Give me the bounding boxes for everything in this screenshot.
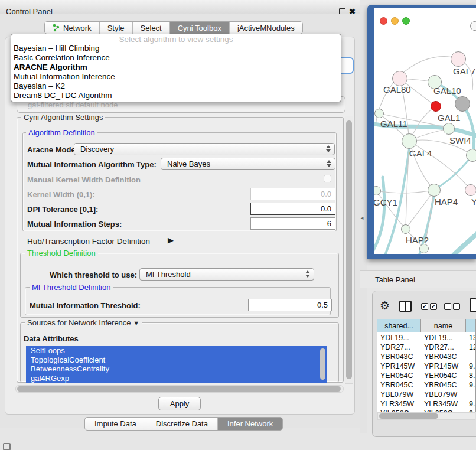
node-label: GAL4 bbox=[409, 148, 432, 158]
cell bbox=[466, 390, 476, 399]
tab-style[interactable]: Style bbox=[99, 22, 132, 34]
table-row[interactable]: YDR27... YDR27... 12 bbox=[377, 343, 476, 352]
tab-label: Cyni Toolbox bbox=[178, 24, 221, 32]
cell bbox=[466, 352, 476, 361]
table-row[interactable]: YBL079W YBL079W bbox=[377, 390, 476, 399]
node-red[interactable] bbox=[431, 101, 441, 112]
attribute-item-selected[interactable]: TopologicalCoefficient bbox=[26, 356, 327, 365]
restore-panel-icon[interactable] bbox=[3, 443, 11, 450]
node-hap4[interactable] bbox=[428, 184, 441, 197]
document-icon[interactable] bbox=[470, 298, 476, 312]
expand-arrow-icon[interactable]: ▶ bbox=[168, 236, 174, 244]
aracne-mode-value: Discovery bbox=[80, 145, 114, 154]
cell: YDR27... bbox=[421, 343, 466, 352]
bottom-tab-bar: Impute Data Discretize Data Infer Networ… bbox=[84, 417, 283, 431]
column-header-name[interactable]: name bbox=[421, 319, 466, 332]
tab-cyni-toolbox[interactable]: Cyni Toolbox bbox=[169, 22, 229, 34]
attribute-table: shared... name A YDL19... YDL19... 13 YD… bbox=[377, 319, 476, 412]
cell: YDL19... bbox=[421, 333, 466, 343]
attributes-scrollbar-thumb[interactable] bbox=[320, 348, 325, 380]
kernel-width-field[interactable] bbox=[250, 188, 335, 200]
manual-kernel-checkbox[interactable] bbox=[324, 175, 331, 182]
mi-type-combobox[interactable]: Naive Bayes bbox=[161, 158, 335, 170]
cell: 9. bbox=[466, 380, 476, 390]
table-row[interactable]: YLR345W YLR345W 9. bbox=[377, 399, 476, 409]
table-row[interactable]: YBR045C YBR045C 9. bbox=[377, 380, 476, 390]
algorithm-definition-title: Algorithm Definition bbox=[26, 128, 97, 137]
cell: YBR045C bbox=[377, 380, 421, 390]
dropdown-item-selected[interactable]: ARACNE Algorithm bbox=[11, 63, 341, 72]
float-window-icon[interactable] bbox=[339, 8, 345, 14]
control-panel-titlebar bbox=[0, 0, 360, 14]
cell: 13 bbox=[466, 333, 476, 343]
splitter-collapse-arrow[interactable]: ◄ bbox=[360, 216, 364, 221]
dropdown-item[interactable]: Basic Correlation Inference bbox=[11, 53, 341, 63]
tab-impute-data[interactable]: Impute Data bbox=[85, 418, 146, 430]
cyni-settings-title: Cyni Algorithm Settings bbox=[21, 113, 105, 122]
hide-columns-icon[interactable] bbox=[444, 303, 460, 310]
node-partial-top[interactable] bbox=[470, 21, 476, 31]
tab-label: Select bbox=[141, 24, 162, 32]
hub-definition-label: Hub/Transcription Factor Definition bbox=[27, 237, 150, 246]
cell: YPR145W bbox=[377, 361, 421, 371]
node-hap2[interactable] bbox=[401, 224, 410, 234]
table-row[interactable]: YDL19... YDL19... 13 bbox=[377, 333, 476, 343]
node-gray[interactable] bbox=[455, 96, 470, 112]
attribute-item-selected[interactable]: gal4RGexp bbox=[26, 374, 327, 383]
mi-steps-field[interactable] bbox=[250, 217, 335, 230]
dropdown-item[interactable]: Mutual Information Inference bbox=[11, 72, 341, 81]
tab-network[interactable]: Network bbox=[45, 22, 99, 34]
node-pink-right[interactable] bbox=[465, 184, 476, 196]
unchecked-box-icon bbox=[444, 303, 451, 310]
attribute-item-selected[interactable]: SelfLoops bbox=[26, 346, 327, 356]
settings-vertical-scrollbar-thumb[interactable] bbox=[346, 120, 352, 379]
table-row[interactable]: YPR145W YPR145W 9. bbox=[377, 361, 476, 371]
close-icon[interactable]: ✖ bbox=[349, 7, 356, 16]
dropdown-item[interactable]: Bayesian – Hill Climbing bbox=[11, 44, 341, 53]
which-threshold-value: MI Threshold bbox=[146, 270, 191, 279]
collapse-arrow-icon[interactable]: ▼ bbox=[133, 319, 139, 327]
node-gal4[interactable] bbox=[402, 133, 417, 149]
node-partial-bottom[interactable] bbox=[419, 244, 429, 253]
mi-steps-label: Mutual Information Steps: bbox=[27, 220, 122, 229]
node-label: SWI4 bbox=[449, 135, 471, 145]
apply-button[interactable]: Apply bbox=[158, 397, 201, 410]
settings-horizontal-scrollbar-thumb[interactable] bbox=[17, 386, 341, 392]
node-gal1[interactable] bbox=[443, 123, 455, 135]
table-horizontal-scrollbar-thumb[interactable] bbox=[379, 413, 438, 419]
show-columns-icon[interactable]: ✔ ✔ bbox=[421, 303, 437, 310]
gear-icon[interactable]: ⚙ bbox=[380, 299, 390, 312]
column-header-shared-name[interactable]: shared... bbox=[377, 319, 421, 332]
tab-label: Impute Data bbox=[94, 419, 136, 428]
close-traffic-light[interactable] bbox=[380, 17, 387, 25]
dropdown-item[interactable]: Dream8 DC_TDC Algorithm bbox=[11, 91, 341, 100]
zoom-traffic-light[interactable] bbox=[402, 17, 410, 25]
mi-threshold-field[interactable] bbox=[248, 299, 332, 311]
tab-jactivemnodules[interactable]: jActiveMNodules bbox=[229, 22, 302, 34]
column-header-third[interactable]: A bbox=[466, 319, 476, 332]
table-row[interactable]: YBR043C YBR043C bbox=[377, 352, 476, 361]
column-split-icon[interactable] bbox=[399, 301, 412, 312]
table-row[interactable]: YER054C YER054C 8. bbox=[377, 371, 476, 380]
network-canvas[interactable]: GAL7 GAL80 GAL10 GAL1 GAL11 SWI4 GAL4 GC… bbox=[374, 8, 476, 254]
tab-select[interactable]: Select bbox=[132, 22, 169, 34]
column-split-divider bbox=[405, 302, 406, 311]
cell: YLR345W bbox=[421, 399, 466, 409]
dropdown-item[interactable]: Bayesian – K2 bbox=[11, 81, 341, 91]
tab-label: jActiveMNodules bbox=[237, 24, 295, 32]
top-tab-bar: Network Style Select Cyni Toolbox jActiv… bbox=[44, 21, 303, 34]
tab-infer-network[interactable]: Infer Network bbox=[217, 418, 282, 430]
aracne-mode-combobox[interactable]: Discovery bbox=[74, 143, 335, 155]
mi-threshold-title: MI Threshold Definition bbox=[30, 283, 113, 292]
dpi-tolerance-field[interactable] bbox=[250, 203, 335, 215]
which-threshold-combobox[interactable]: MI Threshold bbox=[139, 268, 314, 281]
mi-threshold-label: Mutual Information Threshold: bbox=[30, 301, 141, 310]
minimize-traffic-light[interactable] bbox=[391, 17, 399, 25]
node-gal11[interactable] bbox=[374, 109, 384, 118]
attribute-item-selected[interactable]: BetweennessCentrality bbox=[26, 364, 327, 374]
tab-discretize-data[interactable]: Discretize Data bbox=[146, 418, 217, 430]
data-attributes-label: Data Attributes bbox=[24, 334, 79, 343]
node-gal7[interactable] bbox=[451, 51, 466, 67]
aracne-mode-label: Aracne Mode: bbox=[27, 145, 78, 154]
node-swi4[interactable] bbox=[466, 149, 476, 162]
